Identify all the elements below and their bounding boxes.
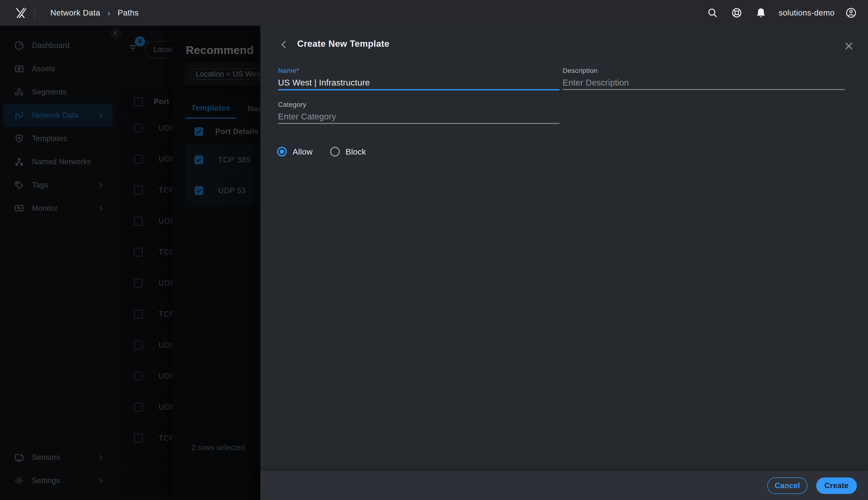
back-button[interactable] <box>279 39 289 50</box>
topbar-divider <box>34 6 35 19</box>
description-input[interactable] <box>563 77 845 88</box>
close-icon[interactable] <box>844 41 854 52</box>
breadcrumb-page: Paths <box>118 8 139 18</box>
breadcrumb: Network Data › Paths <box>50 8 139 18</box>
radio-selected-icon <box>277 147 287 157</box>
category-input[interactable] <box>278 111 559 122</box>
radio-label: Allow <box>292 147 313 157</box>
radio-label: Block <box>346 147 366 157</box>
modal-title: Create New Template <box>297 39 390 49</box>
category-underline <box>278 123 559 124</box>
radio-unselected-icon <box>330 147 340 157</box>
description-underline <box>563 89 845 90</box>
topbar: Network Data › Paths <box>0 0 868 26</box>
breadcrumb-separator-icon: › <box>107 9 111 17</box>
name-field: Name* <box>278 67 559 90</box>
description-label: Description <box>563 67 845 75</box>
search-icon[interactable] <box>707 7 718 19</box>
topbar-actions: solutions-demo <box>707 7 857 19</box>
cancel-button[interactable]: Cancel <box>767 477 808 494</box>
notifications-icon[interactable] <box>755 7 766 19</box>
create-button[interactable]: Create <box>816 477 857 494</box>
breadcrumb-section[interactable]: Network Data <box>50 8 100 18</box>
radio-block[interactable]: Block <box>330 147 366 157</box>
username[interactable]: solutions-demo <box>779 8 835 18</box>
create-template-modal: Create New Template Name* Description Ca… <box>261 26 868 500</box>
description-field: Description <box>563 67 845 90</box>
category-label: Category <box>278 101 559 109</box>
modal-footer: Cancel Create <box>261 471 868 500</box>
support-icon[interactable] <box>731 7 742 19</box>
radio-allow[interactable]: Allow <box>277 147 313 157</box>
name-input[interactable] <box>278 77 559 88</box>
category-field: Category <box>278 101 559 124</box>
account-icon[interactable] <box>845 7 857 19</box>
screen: Network Data › Paths <box>0 0 868 500</box>
app-logo-icon <box>14 6 27 20</box>
name-label: Name* <box>278 67 559 75</box>
action-radio-group: Allow Block <box>277 147 383 157</box>
name-underline <box>278 89 559 90</box>
